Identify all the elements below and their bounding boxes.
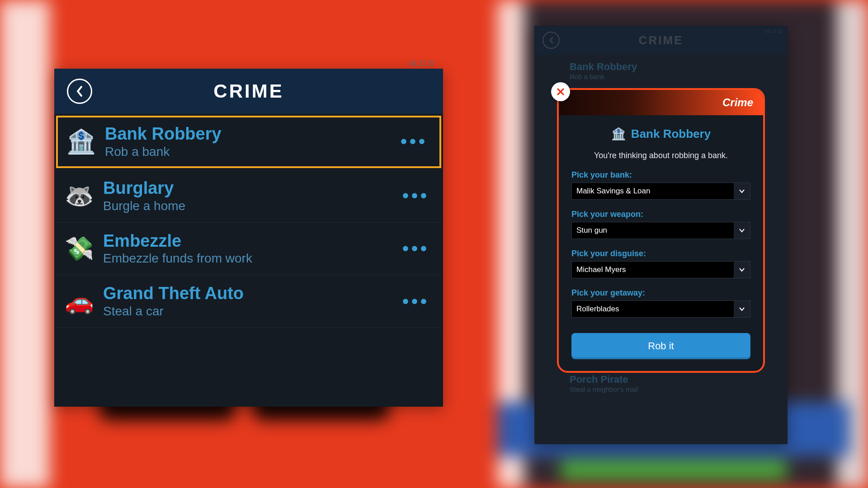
chevron-down-icon: [734, 222, 750, 239]
field-label-disguise: Pick your disguise:: [571, 249, 750, 258]
field-label-weapon: Pick your weapon:: [571, 210, 750, 219]
crime-item-title: Embezzle: [103, 232, 402, 251]
crime-item-grand-theft-auto[interactable]: 🚗 Grand Theft Auto Steal a car •••: [54, 275, 443, 328]
close-icon: [557, 88, 565, 96]
back-button: [542, 32, 560, 49]
raccoon-icon: 🦝: [63, 180, 95, 212]
modal-header: Crime: [559, 90, 763, 115]
rob-it-label: Rob it: [648, 340, 674, 352]
crime-item-title: Bank Robbery: [105, 125, 401, 144]
close-button[interactable]: [551, 82, 570, 101]
list-item: Bank Robbery Rob a bank: [561, 55, 788, 87]
crime-item-bank-robbery[interactable]: 🏦 Bank Robbery Rob a bank •••: [56, 116, 441, 168]
crime-item-title: Grand Theft Auto: [103, 284, 402, 303]
crime-list-screen: v3.17.2i CRIME 🏦 Bank Robbery Rob a bank…: [54, 69, 443, 407]
chevron-down-icon: [734, 262, 750, 278]
select-disguise-value: Michael Myers: [572, 265, 734, 274]
crime-item-title: Burglary: [103, 179, 402, 198]
modal-description: You're thinking about robbing a bank.: [571, 151, 750, 160]
version-label: v3.17.2i: [409, 60, 434, 68]
bank-icon: 🏦: [65, 126, 97, 158]
page-title: CRIME: [213, 80, 283, 102]
crime-modal: Crime 🏦 Bank Robbery You're thinking abo…: [557, 88, 765, 373]
select-bank[interactable]: Malik Savings & Loan: [571, 183, 750, 200]
crime-item-subtitle: Steal a car: [103, 304, 402, 319]
chevron-down-icon: [734, 301, 750, 317]
crime-detail-screen: CRIME v3.17.2i Bank Robbery Rob a bank P…: [534, 26, 788, 444]
bank-icon: 🏦: [611, 127, 626, 141]
money-wings-icon: 💸: [63, 233, 95, 264]
chevron-left-icon: [548, 37, 554, 44]
select-weapon[interactable]: Stun gun: [571, 222, 750, 239]
back-button[interactable]: [67, 79, 92, 104]
select-getaway-value: Rollerblades: [572, 305, 734, 314]
version-label: v3.17.2i: [764, 28, 782, 34]
crime-item-subtitle: Burgle a home: [103, 199, 402, 213]
chevron-left-icon: [75, 85, 84, 98]
select-getaway[interactable]: Rollerblades: [571, 300, 750, 318]
more-dots-icon[interactable]: •••: [401, 131, 428, 152]
modal-header-label: Crime: [722, 96, 753, 109]
page-title: CRIME: [639, 33, 684, 47]
field-label-bank: Pick your bank:: [571, 170, 750, 180]
crime-header: CRIME: [54, 69, 443, 114]
select-disguise[interactable]: Michael Myers: [571, 261, 750, 278]
modal-title: Bank Robbery: [631, 127, 711, 141]
crime-item-embezzle[interactable]: 💸 Embezzle Embezzle funds from work •••: [54, 223, 443, 276]
crime-item-subtitle: Rob a bank: [105, 145, 401, 159]
chevron-down-icon: [734, 183, 750, 199]
more-dots-icon[interactable]: •••: [402, 239, 429, 259]
crime-item-burglary[interactable]: 🦝 Burglary Burgle a home •••: [54, 170, 443, 223]
rob-it-button[interactable]: Rob it: [571, 333, 750, 359]
crime-list: 🏦 Bank Robbery Rob a bank ••• 🦝 Burglary…: [54, 114, 443, 328]
more-dots-icon[interactable]: •••: [402, 291, 429, 312]
car-icon: 🚗: [63, 286, 95, 317]
select-weapon-value: Stun gun: [572, 226, 734, 235]
more-dots-icon[interactable]: •••: [402, 186, 429, 206]
select-bank-value: Malik Savings & Loan: [572, 187, 734, 196]
crime-item-subtitle: Embezzle funds from work: [103, 251, 402, 266]
field-label-getaway: Pick your getaway:: [571, 288, 750, 298]
